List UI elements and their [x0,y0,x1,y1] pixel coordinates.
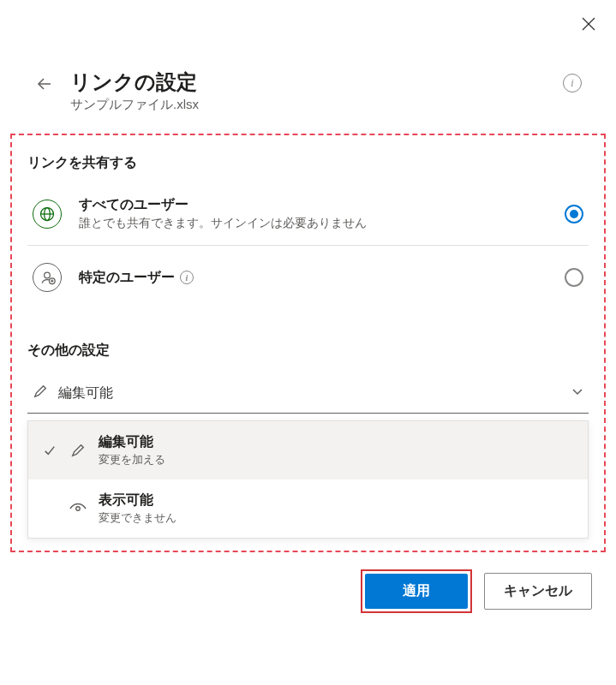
globe-icon [33,200,62,229]
permission-option-edit-desc: 変更を加える [99,452,165,468]
permission-dropdown-label: 編集可能 [58,384,561,402]
permission-dropdown-panel: 編集可能 変更を加える 表示可能 変更できません [27,420,589,539]
permission-option-edit[interactable]: 編集可能 変更を加える [28,421,588,480]
close-icon [582,17,595,31]
permission-option-edit-title: 編集可能 [99,433,165,451]
person-add-icon [33,263,62,292]
header-text-block: リンクの設定 サンプルファイル.xlsx [70,68,547,113]
chevron-down-icon [571,385,583,401]
apply-button[interactable]: 適用 [365,574,468,609]
back-button[interactable] [34,74,55,94]
highlighted-settings-area: リンクを共有する すべてのユーザー 誰とでも共有できます。サインインは必要ありま… [10,134,606,552]
other-section-title: その他の設定 [27,342,589,360]
dialog-footer: 適用 キャンセル [0,552,616,613]
permission-option-view[interactable]: 表示可能 変更できません [28,480,588,538]
share-option-everyone-title: すべてのユーザー [79,196,547,214]
pencil-icon [69,442,87,459]
share-option-everyone-texts: すべてのユーザー 誰とでも共有できます。サインインは必要ありません [79,196,547,231]
permission-option-view-texts: 表示可能 変更できません [99,491,176,526]
share-option-everyone[interactable]: すべてのユーザー 誰とでも共有できます。サインインは必要ありません [27,188,589,240]
share-option-specific-title-text: 特定のユーザー [79,269,175,287]
info-icon[interactable]: i [180,271,194,284]
apply-button-highlight: 適用 [361,569,472,613]
close-button[interactable] [580,15,597,33]
check-slot-empty [42,501,57,516]
cancel-button[interactable]: キャンセル [484,573,592,610]
pencil-icon [33,384,48,402]
share-section-title: リンクを共有する [27,154,589,172]
svg-point-10 [76,507,81,511]
svg-point-6 [45,272,51,278]
divider [27,245,589,246]
info-button[interactable]: i [563,74,582,92]
dialog-header: リンクの設定 サンプルファイル.xlsx i [0,0,616,113]
arrow-left-icon [36,75,53,92]
permission-option-view-desc: 変更できません [99,510,176,526]
share-option-specific[interactable]: 特定のユーザー i [27,254,589,301]
share-option-everyone-desc: 誰とでも共有できます。サインインは必要ありません [79,216,547,231]
radio-specific[interactable] [565,268,583,287]
eye-icon [69,500,87,517]
dialog-subtitle: サンプルファイル.xlsx [70,97,547,113]
dialog-title: リンクの設定 [70,68,547,95]
radio-everyone[interactable] [565,205,583,223]
check-icon [42,443,57,458]
share-option-specific-title: 特定のユーザー i [79,269,547,287]
permission-option-edit-texts: 編集可能 変更を加える [99,433,165,468]
other-settings-section: その他の設定 編集可能 [27,342,589,539]
permission-dropdown[interactable]: 編集可能 [27,375,589,414]
permission-option-view-title: 表示可能 [99,491,176,509]
share-option-specific-texts: 特定のユーザー i [79,269,547,287]
